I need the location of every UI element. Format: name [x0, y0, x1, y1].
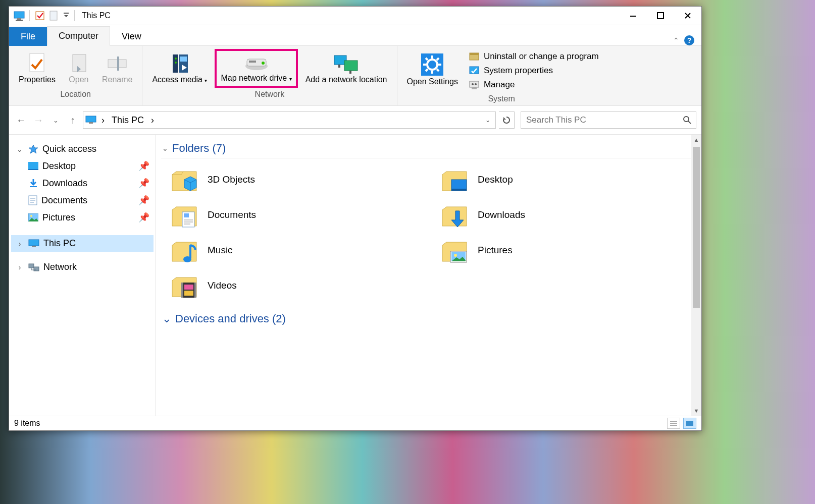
address-crumb-root[interactable]: ›	[99, 115, 107, 126]
folder-3d-objects[interactable]: 3D Objects	[170, 165, 420, 194]
svg-rect-4	[50, 11, 57, 20]
view-large-icons-button[interactable]	[683, 418, 696, 429]
system-properties-label: System properties	[484, 66, 553, 76]
tab-file[interactable]: File	[9, 27, 47, 46]
rename-icon	[106, 52, 128, 75]
help-icon[interactable]: ?	[684, 35, 694, 45]
folder-videos[interactable]: Videos	[170, 271, 420, 300]
chevron-down-icon: ⌄	[162, 312, 171, 325]
search-icon[interactable]	[683, 116, 692, 125]
manage-button[interactable]: Manage	[469, 79, 599, 90]
svg-rect-43	[86, 116, 96, 122]
tree-downloads[interactable]: Downloads 📌	[11, 175, 154, 192]
open-button[interactable]: Open	[63, 49, 94, 88]
add-network-location-button[interactable]: Add a network location	[300, 49, 393, 88]
map-network-drive-label: Map network drive ▾	[221, 73, 291, 83]
open-settings-button[interactable]: Open Settings	[401, 49, 464, 90]
properties-button[interactable]: Properties	[13, 49, 61, 88]
chevron-right-icon[interactable]: ›	[15, 263, 24, 271]
uninstall-program-label: Uninstall or change a program	[484, 51, 599, 62]
rename-button[interactable]: Rename	[96, 49, 138, 88]
tab-computer[interactable]: Computer	[47, 26, 110, 46]
search-box[interactable]	[521, 111, 696, 129]
scroll-thumb[interactable]	[693, 147, 700, 308]
nav-up-button[interactable]: ↑	[66, 113, 80, 127]
folder-documents[interactable]: Documents	[170, 201, 420, 229]
nav-forward-button[interactable]: →	[31, 113, 45, 127]
pc-icon	[28, 239, 39, 248]
nav-back-button[interactable]: ←	[14, 113, 28, 127]
system-properties-button[interactable]: System properties	[469, 65, 599, 76]
svg-rect-5	[64, 13, 69, 14]
pin-icon: 📌	[138, 160, 149, 172]
tree-quick-access[interactable]: ⌄ Quick access	[11, 141, 154, 157]
address-dropdown-icon[interactable]: ⌄	[482, 117, 493, 124]
folder-label: Desktop	[478, 174, 513, 185]
folder-label: Pictures	[478, 245, 513, 256]
folder-downloads[interactable]: Downloads	[440, 201, 690, 229]
folder-pictures[interactable]: Pictures	[440, 236, 690, 264]
view-details-button[interactable]	[667, 418, 680, 429]
folder-desktop[interactable]: Desktop	[440, 165, 690, 194]
svg-rect-44	[89, 122, 93, 124]
folder-downloads-icon	[440, 201, 469, 229]
scroll-down-icon[interactable]: ▼	[691, 406, 701, 416]
svg-rect-68	[184, 213, 189, 217]
address-crumb-thispc[interactable]: This PC ›	[110, 115, 156, 126]
maximize-button[interactable]	[647, 7, 674, 25]
tree-pictures-label: Pictures	[42, 212, 75, 223]
svg-rect-78	[194, 283, 196, 298]
map-network-drive-icon	[243, 53, 270, 73]
tree-pictures[interactable]: Pictures 📌	[11, 209, 154, 226]
nav-history-dropdown[interactable]: ⌄	[48, 113, 63, 127]
map-network-drive-button[interactable]: Map network drive ▾	[215, 49, 297, 88]
section-devices-label: Devices and drives (2)	[175, 312, 286, 325]
chevron-right-icon[interactable]: ›	[15, 240, 24, 248]
open-settings-label: Open Settings	[407, 77, 458, 86]
vertical-scrollbar[interactable]: ▲ ▼	[691, 135, 701, 416]
svg-rect-16	[180, 57, 187, 62]
manage-label: Manage	[484, 80, 515, 90]
minimize-button[interactable]	[620, 7, 647, 25]
svg-line-46	[688, 121, 691, 124]
access-media-button[interactable]: Access media ▾	[146, 49, 213, 88]
qat-newfolder-icon[interactable]	[48, 10, 60, 22]
tree-documents[interactable]: Documents 📌	[11, 192, 154, 209]
chevron-down-icon[interactable]: ⌄	[15, 145, 24, 153]
svg-rect-66	[451, 189, 467, 191]
svg-rect-8	[30, 53, 44, 72]
open-icon	[69, 52, 89, 75]
uninstall-program-button[interactable]: Uninstall or change a program	[469, 51, 599, 62]
star-icon	[28, 144, 38, 154]
folder-music-icon	[170, 236, 198, 264]
search-input[interactable]	[525, 115, 683, 126]
app-icon	[13, 10, 25, 22]
scroll-up-icon[interactable]: ▲	[691, 135, 701, 145]
explorer-window: This PC File Computer View ⌃ ?	[9, 6, 702, 431]
folders-grid: 3D Objects Desktop Documen	[161, 163, 692, 309]
tree-this-pc[interactable]: › This PC	[11, 235, 154, 252]
nav-row: ← → ⌄ ↑ › This PC › ⌄	[9, 106, 701, 134]
section-devices-header[interactable]: ⌄ Devices and drives (2)	[161, 309, 692, 328]
qat-properties-icon[interactable]	[34, 10, 46, 22]
pin-icon: 📌	[138, 195, 149, 206]
svg-rect-7	[657, 13, 664, 19]
qat-customize-dropdown[interactable]	[62, 10, 70, 22]
title-bar: This PC	[9, 7, 701, 25]
svg-rect-23	[344, 61, 358, 71]
refresh-button[interactable]	[499, 111, 515, 129]
svg-rect-57	[29, 240, 39, 246]
address-bar[interactable]: › This PC › ⌄	[83, 111, 496, 129]
rename-label: Rename	[102, 75, 132, 84]
tree-desktop[interactable]: Desktop 📌	[11, 157, 154, 175]
section-folders-header[interactable]: ⌄ Folders (7)	[161, 140, 692, 158]
svg-rect-11	[117, 57, 119, 71]
folder-music[interactable]: Music	[170, 236, 420, 264]
ribbon: Properties Open Rename	[9, 46, 701, 106]
collapse-ribbon-icon[interactable]: ⌃	[673, 36, 679, 44]
close-button[interactable]	[674, 7, 701, 25]
tree-network-label: Network	[43, 262, 77, 272]
svg-rect-49	[28, 169, 38, 170]
tree-network[interactable]: › Network	[11, 259, 154, 275]
tab-view[interactable]: View	[110, 27, 153, 46]
